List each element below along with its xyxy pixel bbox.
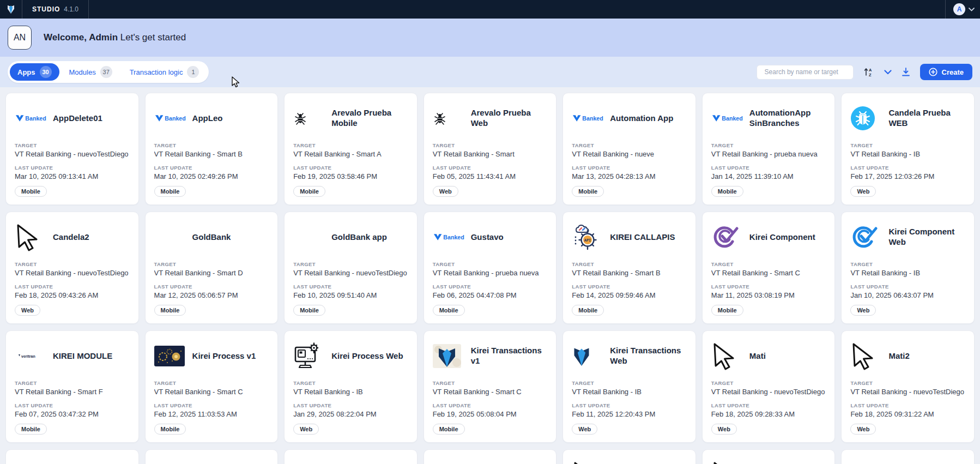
app-card-partial[interactable] <box>284 449 418 464</box>
banked-logo-icon: Banked <box>15 103 47 134</box>
app-card[interactable]: Mati TARGET VT Retail Banking - nuevoTes… <box>702 330 836 443</box>
sort-az-icon: A Z <box>863 67 874 77</box>
app-card-partial[interactable] <box>145 449 279 464</box>
app-card[interactable]: GoldBank app TARGET VT Retail Banking - … <box>284 212 418 324</box>
app-card-partial[interactable] <box>562 449 696 464</box>
platform-badge: Mobile <box>154 186 186 197</box>
tab-label: Transaction logic <box>130 68 183 76</box>
app-card-partial[interactable] <box>5 449 139 464</box>
last-update-label: LAST UPDATE <box>293 402 408 408</box>
app-icon-empty <box>850 460 883 464</box>
app-card[interactable]: Candela Prueba WEB TARGET VT Retail Bank… <box>841 93 975 205</box>
apps-grid: Banked AppDelete01 TARGET VT Retail Bank… <box>0 87 980 443</box>
app-card[interactable]: Banked Automation App TARGET VT Retail B… <box>562 93 696 205</box>
tab-modules[interactable]: Modules 37 <box>62 63 120 81</box>
app-card-partial[interactable] <box>424 449 557 464</box>
last-update-label: LAST UPDATE <box>15 402 130 408</box>
veritran-wordmark-icon: veritran <box>15 341 47 371</box>
component-purple-icon <box>711 222 744 252</box>
tab-label: Modules <box>69 68 96 76</box>
app-icon-empty <box>293 460 326 464</box>
app-card[interactable]: GoldBank TARGET VT Retail Banking - Smar… <box>145 212 279 324</box>
user-avatar[interactable]: A <box>953 3 965 15</box>
create-button-label: Create <box>942 68 964 76</box>
app-card[interactable]: Banked AutomationApp SinBranches TARGET … <box>702 93 836 205</box>
last-update-value: Mar 13, 2025 04:28:13 AM <box>572 172 687 180</box>
create-button[interactable]: Create <box>920 64 972 80</box>
greeting-rest: Let's get started <box>120 32 186 43</box>
svg-text:veritran: veritran <box>21 354 35 358</box>
last-update-label: LAST UPDATE <box>711 284 826 290</box>
app-card[interactable]: Kirei Transactions Web TARGET VT Retail … <box>562 330 696 443</box>
user-menu-chevron-icon[interactable] <box>969 8 975 11</box>
target-label: TARGET <box>572 380 687 386</box>
target-value: VT Retail Banking - Smart <box>433 150 548 158</box>
app-card[interactable]: veritran KIREI MODULE TARGET VT Retail B… <box>5 330 139 443</box>
app-card[interactable]: Kirei Transactions v1 TARGET VT Retail B… <box>424 330 557 443</box>
last-update-value: Feb 18, 2025 09:43:26 AM <box>15 291 130 299</box>
last-update-label: LAST UPDATE <box>154 284 269 290</box>
last-update-value: Feb 11, 2025 12:20:43 PM <box>572 410 687 418</box>
last-update-label: LAST UPDATE <box>711 402 826 408</box>
app-card[interactable]: Banked Gustavo TARGET VT Retail Banking … <box>424 212 557 324</box>
last-update-label: LAST UPDATE <box>154 165 269 171</box>
svg-text:Banked: Banked <box>25 115 46 122</box>
tab-count-badge: 1 <box>187 66 199 78</box>
target-label: TARGET <box>850 261 965 267</box>
app-card-partial[interactable] <box>702 449 836 464</box>
platform-badge: Mobile <box>711 305 743 316</box>
last-update-label: LAST UPDATE <box>293 284 408 290</box>
app-card[interactable]: Kirei Process Web TARGET VT Retail Banki… <box>284 330 418 443</box>
last-update-label: LAST UPDATE <box>711 165 826 171</box>
sort-direction-dropdown[interactable] <box>884 70 892 75</box>
app-title: Kirei Component Web <box>888 227 965 248</box>
app-title: GoldBank <box>192 232 231 243</box>
target-value: VT Retail Banking - IB <box>293 388 408 396</box>
sort-button[interactable]: A Z <box>863 67 874 77</box>
app-title: Automation App <box>610 113 673 124</box>
last-update-value: Feb 18, 2025 09:31:22 AM <box>850 410 965 418</box>
banked-logo-icon: Banked <box>154 103 187 134</box>
app-card[interactable]: Banked AppDelete01 TARGET VT Retail Bank… <box>5 93 139 205</box>
app-card[interactable]: Banked AppLeo TARGET VT Retail Banking -… <box>145 93 279 205</box>
platform-badge: Mobile <box>15 424 47 435</box>
app-card[interactable]: Arevalo Prueba Web TARGET VT Retail Bank… <box>424 93 557 205</box>
last-update-value: Feb 12, 2025 11:03:53 AM <box>154 410 269 418</box>
app-card[interactable]: Kirei Component Web TARGET VT Retail Ban… <box>841 212 975 324</box>
search-input[interactable] <box>765 68 849 76</box>
app-card-partial[interactable] <box>841 449 975 464</box>
banked-logo-icon: Banked <box>572 103 604 134</box>
app-icon-empty <box>433 460 465 464</box>
process-dark-icon <box>154 341 187 371</box>
last-update-label: LAST UPDATE <box>572 284 687 290</box>
platform-badge: Mobile <box>15 186 47 197</box>
app-card[interactable]: API KIREI CALLAPIS TARGET VT Retail Bank… <box>562 212 696 324</box>
app-card[interactable]: Candela2 TARGET VT Retail Banking - nuev… <box>5 212 139 324</box>
platform-badge: Mobile <box>293 305 325 316</box>
cursor-icon <box>711 341 744 371</box>
target-label: TARGET <box>293 261 408 267</box>
last-update-value: Feb 06, 2025 04:47:08 PM <box>433 291 548 299</box>
last-update-value: Feb 19, 2025 05:08:04 PM <box>433 410 548 418</box>
app-card[interactable]: Kirei Component TARGET VT Retail Banking… <box>702 212 836 324</box>
vt-diamond-icon <box>572 341 604 371</box>
cursor-icon <box>711 460 744 464</box>
target-label: TARGET <box>154 261 269 267</box>
platform-badge: Mobile <box>154 424 186 435</box>
last-update-value: Feb 05, 2025 11:43:41 AM <box>433 172 548 180</box>
search-box[interactable] <box>757 65 854 80</box>
tab-transaction-logic[interactable]: Transaction logic 1 <box>122 63 207 81</box>
last-update-label: LAST UPDATE <box>433 165 548 171</box>
target-value: VT Retail Banking - nuevoTestDiego <box>15 150 130 158</box>
last-update-label: LAST UPDATE <box>850 284 965 290</box>
svg-text:Banked: Banked <box>722 115 742 122</box>
app-card[interactable]: Mati2 TARGET VT Retail Banking - nuevoTe… <box>841 330 975 443</box>
last-update-value: Mar 12, 2025 05:06:57 PM <box>154 291 269 299</box>
tab-apps[interactable]: Apps 30 <box>10 63 59 81</box>
target-value: VT Retail Banking - IB <box>850 269 965 277</box>
target-value: VT Retail Banking - Smart A <box>293 150 408 158</box>
app-card[interactable]: Kirei Process v1 TARGET VT Retail Bankin… <box>145 330 279 443</box>
last-update-value: Feb 17, 2025 12:03:26 PM <box>850 172 965 180</box>
app-card[interactable]: Arevalo Prueba Mobile TARGET VT Retail B… <box>284 93 418 205</box>
download-button[interactable] <box>902 68 910 77</box>
